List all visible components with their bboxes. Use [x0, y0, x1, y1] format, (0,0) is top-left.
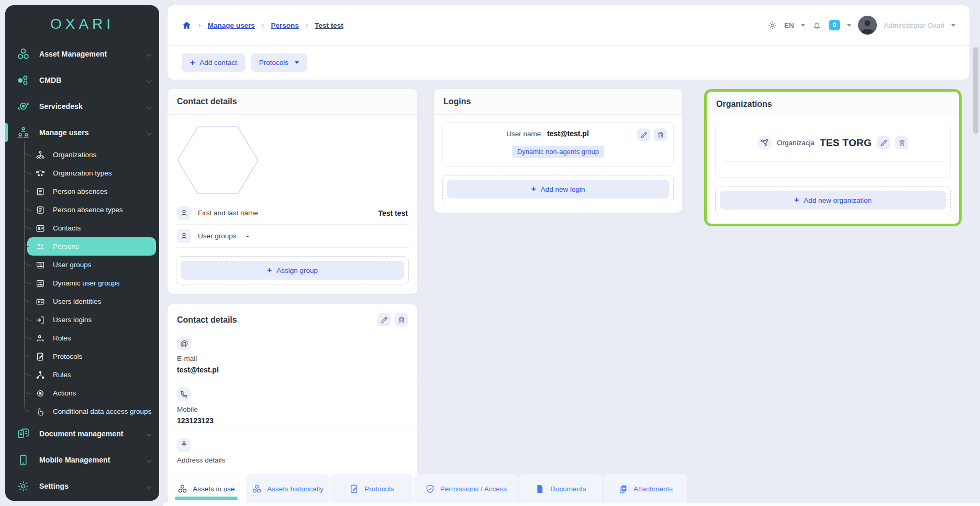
scrollbar-track — [973, 0, 979, 506]
chevron-down-icon — [147, 78, 152, 83]
sidebar-item-organizations[interactable]: Organizations — [5, 146, 159, 164]
caret-down-icon[interactable] — [801, 24, 805, 27]
caret-down-icon — [295, 61, 299, 64]
pin-icon — [177, 438, 191, 452]
rules-icon — [36, 370, 45, 380]
delete-organization-button[interactable] — [895, 136, 908, 149]
sidebar-item-user-groups[interactable]: User groups — [5, 256, 159, 274]
users-identities-icon — [36, 297, 45, 306]
footer-strip — [163, 503, 980, 506]
edit-organization-button[interactable] — [877, 136, 890, 149]
plus-icon: + — [794, 196, 799, 204]
sidebar-item-cmdb[interactable]: CMDB — [5, 67, 159, 93]
edit-contact-button[interactable] — [377, 313, 391, 326]
tab-attachments[interactable]: Attachments — [604, 474, 687, 503]
sidebar-item-servicedesk[interactable]: Servicedesk — [5, 93, 159, 119]
sidebar-item-manage-users[interactable]: Manage users — [5, 119, 159, 146]
sidebar-item-users-identities[interactable]: Users identities — [5, 292, 159, 311]
sidebar-item-label: CMDB — [39, 76, 61, 84]
caret-down-icon[interactable] — [847, 24, 851, 27]
mobile-label: Mobile — [177, 405, 408, 413]
sidebar-item-users-logins[interactable]: Users logins — [5, 311, 159, 329]
main-content: Contact details First and last name Test… — [168, 89, 970, 506]
asset-management-icon — [17, 48, 30, 61]
conditional-data-access-icon — [36, 407, 45, 416]
pencil-icon — [380, 316, 388, 324]
sidebar-item-actions[interactable]: Actions — [5, 384, 159, 402]
sidebar-item-rules[interactable]: Rules — [5, 366, 159, 384]
add-new-organization-button[interactable]: + Add new organization — [720, 191, 946, 210]
sidebar-item-conditional-data-access-groups[interactable]: Conditional data access groups — [5, 402, 159, 421]
protocols-icon — [36, 352, 45, 361]
tab-protocols[interactable]: Protocols — [330, 474, 413, 503]
breadcrumb-separator: › — [262, 21, 264, 29]
person-name-value: Test test — [378, 209, 408, 217]
bell-icon[interactable] — [812, 20, 822, 30]
contact-details-card: Contact details First and last name Test… — [168, 89, 417, 294]
sidebar-item-asset-management[interactable]: Asset Management — [5, 41, 159, 67]
trash-icon — [656, 131, 665, 139]
sidebar-item-settings[interactable]: Settings — [5, 473, 159, 499]
group-chip: Dynamic non-agents group — [512, 146, 604, 158]
gear-icon[interactable] — [767, 20, 777, 30]
manage-users-icon — [17, 126, 30, 139]
roles-icon — [36, 334, 45, 343]
breadcrumb-link-persons[interactable]: Persons — [271, 21, 298, 29]
sidebar-item-persons[interactable]: Persons — [27, 237, 156, 256]
language-selector[interactable]: EN — [784, 21, 794, 29]
card-title: Contact details — [168, 89, 417, 115]
plus-icon: + — [267, 266, 272, 274]
scrollbar-thumb[interactable] — [973, 47, 978, 134]
tab-permissions-access[interactable]: Permissions / Access — [414, 474, 518, 503]
edit-login-button[interactable] — [637, 128, 650, 141]
add-new-login-button[interactable]: + Add new login — [447, 180, 669, 199]
sidebar-item-label: Settings — [39, 482, 69, 490]
tab-documents[interactable]: Documents — [519, 474, 603, 503]
chevron-down-icon — [147, 104, 152, 109]
user-name-label: User name: — [506, 130, 543, 138]
organizations-highlight-border: Organizations Organizacja TES TORG — [704, 89, 962, 226]
email-value: test@test.pl — [177, 366, 408, 374]
sidebar-item-mobile-management[interactable]: Mobile Management — [5, 447, 159, 473]
sidebar-item-contacts[interactable]: Contacts — [5, 219, 159, 237]
avatar-hexagon-placeholder — [176, 124, 260, 196]
assign-group-button[interactable]: + Assign group — [181, 261, 404, 280]
organization-name: TES TORG — [820, 137, 872, 149]
avatar[interactable] — [858, 16, 877, 35]
sidebar-item-document-management[interactable]: Document management — [5, 421, 159, 447]
delete-contact-button[interactable] — [395, 313, 408, 326]
organization-icon — [758, 136, 772, 150]
info-row-name: First and last name Test test — [176, 202, 409, 225]
caret-down-icon[interactable] — [951, 24, 955, 27]
breadcrumb-separator: › — [306, 21, 308, 29]
home-icon[interactable] — [182, 20, 192, 30]
sidebar-item-person-absence-types[interactable]: Person absence types — [5, 201, 159, 219]
manage-users-submenu: Organizations Organization types Person … — [5, 146, 159, 421]
sidebar-item-roles[interactable]: Roles — [5, 329, 159, 347]
topbar-controls: EN 0 Administrator Oxari — [767, 16, 955, 35]
breadcrumb-current-page[interactable]: Test test — [315, 21, 343, 29]
chevron-up-icon — [147, 130, 152, 135]
protocols-dropdown-button[interactable]: Protocols — [251, 53, 307, 72]
organization-label: Organizacja — [777, 139, 815, 147]
breadcrumb-link-manage-users[interactable]: Manage users — [208, 21, 255, 29]
sidebar-item-person-absences[interactable]: Person absences — [5, 182, 159, 201]
user-name-value: test@test.pl — [547, 129, 589, 138]
logins-card: Logins User name: test@test.pl Dynamic n… — [434, 89, 682, 213]
breadcrumb-separator: › — [198, 21, 201, 29]
assign-group-dropzone: + Assign group — [176, 256, 409, 284]
add-contact-button[interactable]: + Add contact — [182, 53, 246, 72]
sidebar-item-protocols[interactable]: Protocols — [5, 347, 159, 366]
contacts-icon — [36, 224, 45, 233]
sidebar-item-dynamic-user-groups[interactable]: Dynamic user groups — [5, 274, 159, 292]
tab-assets-historically[interactable]: Assets historically — [246, 474, 329, 503]
sidebar-nav: Asset Management CMDB Servicedesk Manage… — [5, 38, 159, 499]
page-header: › Manage users › Persons › Test test EN … — [168, 5, 970, 80]
delete-login-button[interactable] — [654, 128, 667, 141]
file-icon — [535, 484, 545, 494]
sidebar-item-organization-types[interactable]: Organization types — [5, 164, 159, 182]
user-menu-name[interactable]: Administrator Oxari — [884, 21, 944, 29]
tab-assets-in-use[interactable]: Assets in use — [168, 474, 245, 503]
sidebar-item-label: Mobile Management — [39, 456, 110, 464]
mobile-value: 123123123 — [177, 416, 408, 425]
